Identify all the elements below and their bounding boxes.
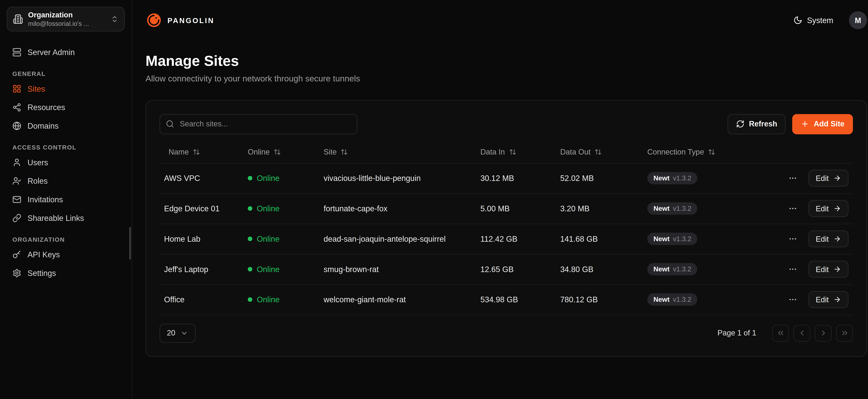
refresh-icon [736, 120, 745, 128]
sort-icon [193, 149, 200, 156]
online-label: Online [257, 265, 279, 274]
next-page-button[interactable] [815, 325, 832, 341]
pangolin-logo-icon [146, 12, 162, 29]
edit-button[interactable]: Edit [808, 291, 848, 308]
row-menu-button[interactable] [786, 202, 799, 215]
site-id: vivacious-little-blue-penguin [323, 174, 480, 183]
sidebar-item-invitations[interactable]: Invitations [7, 190, 125, 209]
column-header-data-in[interactable]: Data In [480, 148, 516, 156]
pager-buttons [772, 325, 853, 341]
online-dot [248, 298, 252, 302]
add-site-button[interactable]: Add Site [792, 114, 853, 134]
sidebar-item-resources[interactable]: Resources [7, 98, 125, 116]
sidebar-item-settings[interactable]: Settings [7, 264, 125, 282]
connection-badge: Newtv1.3.2 [647, 233, 698, 245]
data-in: 5.00 MB [480, 204, 560, 213]
sidebar-item-users[interactable]: Users [7, 153, 125, 172]
edit-button[interactable]: Edit [808, 231, 848, 247]
theme-toggle-button[interactable]: System [789, 12, 838, 28]
data-out: 34.80 GB [560, 265, 647, 274]
connection-name: Newt [653, 296, 670, 304]
key-icon [12, 250, 21, 259]
avatar[interactable]: M [849, 11, 867, 29]
last-page-button[interactable] [836, 325, 853, 341]
theme-label: System [807, 16, 833, 25]
data-out: 780.12 GB [560, 295, 647, 304]
site-name: Home Lab [159, 235, 248, 244]
edit-button[interactable]: Edit [808, 170, 848, 187]
edit-button[interactable]: Edit [808, 200, 848, 217]
connection-name: Newt [653, 235, 670, 243]
table-row: Home Lab Online dead-san-joaquin-antelop… [159, 224, 853, 254]
page-size-select[interactable]: 20 [159, 324, 195, 343]
connection-badge: Newtv1.3.2 [647, 172, 698, 185]
data-in: 12.65 GB [480, 265, 560, 274]
sidebar-item-roles[interactable]: Roles [7, 172, 125, 190]
user-icon [12, 158, 21, 167]
sidebar-item-sites[interactable]: Sites [7, 79, 125, 98]
chevron-left-icon [798, 329, 806, 338]
search-box [159, 114, 357, 134]
site-id: welcome-giant-mole-rat [323, 295, 480, 304]
refresh-button[interactable]: Refresh [727, 114, 785, 134]
first-page-button[interactable] [772, 325, 789, 341]
org-selector[interactable]: Organization milo@fossorial.io's ... [7, 7, 125, 31]
sidebar-item-shareable-links[interactable]: Shareable Links [7, 209, 125, 227]
page-info: Page 1 of 1 [717, 329, 756, 338]
online-dot [248, 207, 252, 211]
arrow-right-icon [833, 266, 841, 273]
sidebar-item-label: Roles [28, 176, 48, 185]
sidebar-item-label: Invitations [28, 195, 63, 204]
sort-icon [341, 149, 348, 156]
column-header-connection-type[interactable]: Connection Type [647, 148, 715, 156]
column-header-name[interactable]: Name [168, 148, 200, 156]
row-menu-button[interactable] [786, 263, 799, 276]
add-site-label: Add Site [814, 120, 844, 128]
sidebar-item-label: Sites [28, 84, 45, 93]
sidebar-item-label: Resources [28, 103, 65, 112]
sidebar-item-label: Domains [28, 121, 59, 130]
online-dot [248, 267, 252, 272]
row-actions: Edit [786, 291, 853, 308]
site-status: Online [248, 295, 323, 304]
row-actions: Edit [786, 170, 853, 187]
chevrons-up-down-icon [111, 15, 119, 23]
chevrons-right-icon [840, 329, 849, 338]
table-row: Edge Device 01 Online fortunate-cape-fox… [159, 194, 853, 224]
row-actions: Edit [786, 200, 853, 217]
connection-type: Newtv1.3.2 [647, 172, 786, 185]
column-header-data-out[interactable]: Data Out [560, 148, 602, 156]
connection-name: Newt [653, 205, 670, 213]
column-header-site[interactable]: Site [323, 148, 348, 156]
page-title: Manage Sites [146, 53, 867, 70]
row-menu-button[interactable] [786, 293, 799, 307]
column-header-online[interactable]: Online [248, 148, 281, 156]
main-content: PANGOLIN System M Manage Sites Allow con… [133, 0, 868, 399]
connection-type: Newtv1.3.2 [647, 233, 786, 245]
row-menu-button[interactable] [786, 232, 799, 246]
connection-badge: Newtv1.3.2 [647, 263, 698, 276]
prev-page-button[interactable] [793, 325, 810, 341]
site-name: Jeff's Laptop [159, 265, 248, 274]
site-status: Online [248, 265, 323, 274]
search-input[interactable] [159, 114, 357, 134]
user-check-icon [12, 176, 21, 185]
connection-version: v1.3.2 [673, 205, 691, 213]
table-row: Jeff's Laptop Online smug-brown-rat 12.6… [159, 254, 853, 285]
connection-type: Newtv1.3.2 [647, 294, 786, 306]
sidebar-item-label: API Keys [28, 250, 60, 259]
sidebar-item-api-keys[interactable]: API Keys [7, 245, 125, 264]
edit-button[interactable]: Edit [808, 261, 848, 278]
section-label-access-control: ACCESS CONTROL [12, 144, 119, 151]
row-menu-button[interactable] [786, 172, 799, 185]
sidebar-item-server-admin[interactable]: Server Admin [7, 43, 125, 61]
org-selector-title: Organization [28, 10, 106, 20]
online-dot [248, 237, 252, 241]
topbar: PANGOLIN System M [146, 0, 867, 40]
sidebar-item-domains[interactable]: Domains [7, 116, 125, 135]
site-status: Online [248, 204, 323, 213]
app: Organization milo@fossorial.io's ... Ser… [0, 0, 868, 399]
link-icon [12, 213, 21, 222]
site-id: fortunate-cape-fox [323, 204, 480, 213]
sidebar-scrollbar[interactable] [129, 227, 131, 260]
